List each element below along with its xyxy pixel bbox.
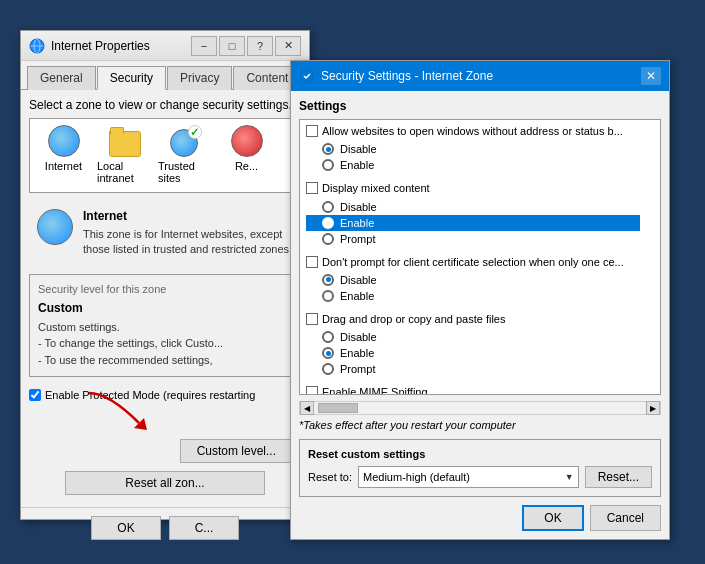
dialog-cancel-button[interactable]: Cancel: [590, 505, 661, 531]
horizontal-scrollbar[interactable]: ◀ ▶: [299, 401, 661, 415]
reset-button[interactable]: Reset...: [585, 466, 652, 488]
close-button[interactable]: ✕: [275, 36, 301, 56]
radio-circle: [322, 331, 334, 343]
radio-drag-prompt[interactable]: Prompt: [306, 361, 640, 377]
protected-mode-checkbox[interactable]: [29, 389, 41, 401]
radio-circle: [322, 274, 334, 286]
setting-client-cert-text: Don't prompt for client certificate sele…: [322, 255, 624, 269]
radio-label: Disable: [340, 201, 377, 213]
minimize-button[interactable]: −: [191, 36, 217, 56]
radio-dot: [326, 147, 331, 152]
dialog-ok-button[interactable]: OK: [522, 505, 583, 531]
radio-circle: [322, 347, 334, 359]
maximize-button[interactable]: □: [219, 36, 245, 56]
main-ok-cancel: OK C...: [21, 507, 309, 548]
red-arrow-annotation: [79, 388, 169, 433]
settings-label: Settings: [299, 99, 661, 113]
setting-drag-drop-header: Drag and drop or copy and paste files: [306, 312, 640, 326]
custom-level-button[interactable]: Custom level...: [180, 439, 293, 463]
reset-to-value: Medium-high (default): [363, 471, 470, 483]
radio-circle: [322, 290, 334, 302]
tab-general[interactable]: General: [27, 66, 96, 90]
radio-label: Disable: [340, 143, 377, 155]
zone-local-intranet-label: Local intranet: [97, 160, 152, 184]
setting-mixed-content-text: Display mixed content: [322, 181, 430, 195]
settings-list-area[interactable]: Allow websites to open windows without a…: [299, 119, 661, 395]
zone-internet[interactable]: Internet: [36, 125, 91, 186]
tabs-bar: General Security Privacy Content Connect…: [21, 61, 309, 90]
reset-custom-title: Reset custom settings: [308, 448, 652, 460]
title-left: Internet Properties: [29, 38, 150, 54]
internet-text: Internet This zone is for Internet websi…: [83, 209, 293, 258]
reset-to-dropdown[interactable]: Medium-high (default) ▼: [358, 466, 579, 488]
radio-dot: [326, 351, 331, 356]
setting-client-cert-checkbox[interactable]: [306, 256, 318, 268]
zone-trusted-sites[interactable]: ✓ Trusted sites: [158, 125, 213, 186]
radio-allow-websites-enable[interactable]: Enable: [306, 157, 640, 173]
radio-cert-disable[interactable]: Disable: [306, 272, 640, 288]
reset-row: Reset to: Medium-high (default) ▼ Reset.…: [308, 466, 652, 488]
local-intranet-zone-icon: [109, 131, 141, 157]
help-button[interactable]: ?: [247, 36, 273, 56]
radio-label: Enable: [340, 347, 374, 359]
internet-zone-icon: [48, 125, 80, 157]
security-level-name: Custom: [38, 301, 292, 315]
setting-drag-drop-text: Drag and drop or copy and paste files: [322, 312, 505, 326]
dialog-title-left: Security Settings - Internet Zone: [299, 68, 493, 84]
setting-allow-websites-text: Allow websites to open windows without a…: [322, 124, 623, 138]
zone-instruction: Select a zone to view or change security…: [29, 98, 301, 112]
setting-drag-drop: Drag and drop or copy and paste files Di…: [300, 308, 660, 381]
radio-cert-enable[interactable]: Enable: [306, 288, 640, 304]
radio-circle: [322, 159, 334, 171]
setting-client-cert-header: Don't prompt for client certificate sele…: [306, 255, 640, 269]
dialog-title-text: Security Settings - Internet Zone: [321, 69, 493, 83]
dialog-title-bar: Security Settings - Internet Zone ✕: [291, 61, 669, 91]
setting-mixed-content-checkbox[interactable]: [306, 182, 318, 194]
zone-local-intranet[interactable]: Local intranet: [97, 125, 152, 186]
tab-privacy[interactable]: Privacy: [167, 66, 232, 90]
zone-restricted-label: Re...: [235, 160, 258, 172]
ie-icon: [29, 38, 45, 54]
zone-trusted-label: Trusted sites: [158, 160, 213, 184]
setting-allow-websites-checkbox[interactable]: [306, 125, 318, 137]
internet-zone-title: Internet: [83, 209, 293, 223]
trusted-sites-zone-icon: ✓: [170, 125, 202, 157]
internet-zone-description: This zone is for Internet websites, exce…: [83, 227, 293, 258]
takes-effect-note: *Takes effect after you restart your com…: [299, 419, 661, 431]
radio-drag-disable[interactable]: Disable: [306, 329, 640, 345]
radio-circle: [322, 363, 334, 375]
reset-all-zones-button[interactable]: Reset all zon...: [65, 471, 265, 495]
radio-allow-websites-disable[interactable]: Disable: [306, 141, 640, 157]
radio-mixed-disable[interactable]: Disable: [306, 199, 640, 215]
window-controls: − □ ? ✕: [191, 36, 301, 56]
radio-circle: [322, 217, 334, 229]
internet-info: Internet This zone is for Internet websi…: [29, 201, 301, 266]
tab-security[interactable]: Security: [97, 66, 166, 90]
custom-level-area: Custom level...: [29, 435, 301, 467]
dialog-close-button[interactable]: ✕: [641, 67, 661, 85]
radio-mixed-enable[interactable]: Enable: [306, 215, 640, 231]
dropdown-arrow-icon: ▼: [565, 472, 574, 482]
security-level-box: Security level for this zone Custom Cust…: [29, 274, 301, 378]
main-window-title: Internet Properties: [51, 39, 150, 53]
zone-internet-label: Internet: [45, 160, 82, 172]
restricted-zone-icon: [231, 125, 263, 157]
security-settings-dialog: Security Settings - Internet Zone ✕ Sett…: [290, 60, 670, 540]
main-ok-button[interactable]: OK: [91, 516, 161, 540]
hscroll-left-arrow[interactable]: ◀: [300, 401, 314, 415]
radio-label: Enable: [340, 290, 374, 302]
hscroll-track: [314, 403, 646, 413]
radio-label: Prompt: [340, 363, 375, 375]
main-cancel-button[interactable]: C...: [169, 516, 239, 540]
shield-icon: [299, 68, 315, 84]
radio-mixed-prompt[interactable]: Prompt: [306, 231, 640, 247]
hscroll-thumb[interactable]: [318, 403, 358, 413]
dialog-ok-cancel: OK Cancel: [299, 505, 661, 531]
setting-drag-drop-checkbox[interactable]: [306, 313, 318, 325]
reset-to-label: Reset to:: [308, 471, 352, 483]
hscroll-right-arrow[interactable]: ▶: [646, 401, 660, 415]
setting-mime-sniffing-checkbox[interactable]: [306, 386, 318, 395]
zone-restricted[interactable]: Re...: [219, 125, 274, 186]
radio-drag-enable[interactable]: Enable: [306, 345, 640, 361]
radio-circle: [322, 233, 334, 245]
